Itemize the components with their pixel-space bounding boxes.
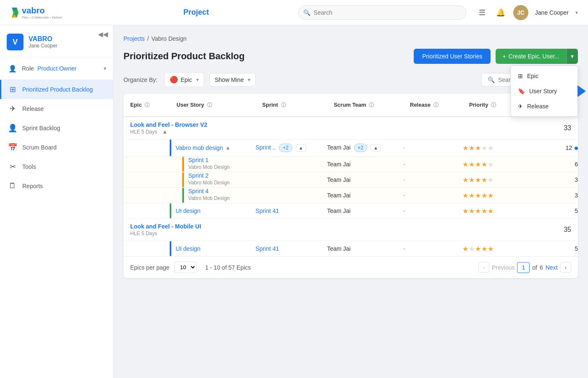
release-menu-label: Release	[527, 103, 549, 110]
sub-sprint-4-name[interactable]: Sprint 4	[188, 188, 208, 194]
search-icon-nav: 🔍	[303, 9, 310, 16]
story-2-name-cell: UI design	[170, 203, 255, 219]
dropdown-item-release[interactable]: ✈ Release	[511, 99, 578, 114]
epic-1-sub: HLE 5 Days	[130, 129, 157, 135]
table-container: Epic ⓘ User Story ⓘ Sprint ⓘ Scrum Team …	[123, 94, 578, 278]
epic-2-sub: HLE 5 Days	[130, 231, 157, 236]
story-3-sprint-val[interactable]: Sprint 41	[255, 245, 279, 252]
show-mine-select[interactable]: Show Mine ▾	[209, 73, 256, 87]
sidebar-item-sprint-backlog[interactable]: 👤 Sprint Backlog	[0, 118, 113, 138]
story-2-name[interactable]: UI design	[176, 207, 200, 214]
sub-sprint-1-release: -	[403, 157, 462, 172]
brand-name: VABRO	[29, 35, 58, 43]
story-1-stars: ★ ★ ★ ★ ★	[462, 144, 520, 152]
role-value: Product Owner	[37, 65, 76, 72]
main-content: Projects / Vabro Design Prioritized Prod…	[113, 25, 588, 378]
release-info-icon: ⓘ	[433, 102, 438, 108]
sidebar-item-release-label: Release	[22, 105, 44, 112]
sidebar-item-tools[interactable]: ✂ Tools	[0, 157, 113, 176]
sidebar-item-reports-label: Reports	[22, 183, 43, 189]
sidebar-item-scrum-board[interactable]: 📅 Scrum Board	[0, 138, 113, 157]
story-row-ui-design-1: UI design Sprint 41 Team Jai - ★ ★ ★ ★	[123, 203, 578, 219]
col-user-story: User Story ⓘ	[170, 94, 255, 117]
story-1-name[interactable]: Vabro mob design	[176, 144, 223, 151]
sidebar-item-release[interactable]: ✈ Release	[0, 99, 113, 118]
table-search-icon: 🔍	[488, 76, 495, 83]
sidebar-item-tools-label: Tools	[22, 163, 36, 170]
col-epic: Epic ⓘ	[123, 94, 170, 117]
epic-1-collapse-button[interactable]: ▲	[162, 129, 168, 135]
bell-icon[interactable]: 🔔	[495, 7, 507, 18]
epic-info-icon: ⓘ	[144, 102, 150, 108]
bar-orange-1	[182, 157, 184, 172]
organize-value: Epic	[181, 76, 192, 83]
story-1-priority: ★ ★ ★ ★ ★	[462, 139, 520, 157]
next-button[interactable]: ›	[560, 262, 571, 273]
page-info: 1 - 10 of 57 Epics	[205, 264, 251, 271]
role-chevron-icon[interactable]: ▾	[104, 66, 106, 71]
backlog-icon: ⊞	[8, 85, 17, 94]
story-2-priority: ★ ★ ★ ★ ★	[462, 203, 520, 219]
sidebar-item-reports[interactable]: 🗒 Reports	[0, 176, 113, 195]
dropdown-item-epic[interactable]: ⊞ Epic	[511, 68, 578, 84]
page-number: 1	[517, 262, 530, 273]
story-epic-cell-1	[123, 139, 170, 157]
story-2-sprint: Sprint 41	[255, 203, 327, 219]
user-name: Jane Cooper	[535, 9, 569, 16]
epic-row-2: Look and Feel - Mobile UI HLE 5 Days 35	[123, 219, 578, 241]
create-main-button[interactable]: + Create Epic, User...	[496, 49, 566, 64]
create-dropdown-menu: ⊞ Epic 🔖 User Story ✈ Release	[511, 66, 578, 117]
story-3-points: 5	[520, 241, 578, 257]
per-page-select[interactable]: 10 20 50	[174, 262, 197, 273]
reports-icon: 🗒	[8, 181, 17, 190]
epic-2-name[interactable]: Look and Feel - Mobile UI	[130, 223, 201, 230]
sidebar-item-sprint-label: Sprint Backlog	[22, 125, 60, 131]
prioritized-user-stories-button[interactable]: Prioritized User Stories	[414, 49, 491, 64]
story-2-sprint-val[interactable]: Sprint 41	[255, 207, 279, 214]
sidebar-item-backlog[interactable]: ⊞ Prioritized Product Backlog	[0, 80, 113, 99]
user-story-info-icon: ⓘ	[207, 102, 212, 108]
next-label[interactable]: Next	[546, 264, 558, 271]
epic-dot-icon: 🔴	[170, 76, 178, 84]
story-3-team: Team Jai	[327, 241, 403, 257]
story-1-sprint-sort[interactable]: ▲	[296, 144, 306, 152]
story-1-name-cell: Vabro mob design ▲	[170, 139, 255, 157]
avatar-initials: JC	[517, 9, 525, 16]
person-icon: 👤	[7, 63, 18, 74]
story-1-sort-up[interactable]: ▲	[226, 145, 231, 151]
story-1-team-sort[interactable]: ▲	[370, 144, 381, 152]
menu-icon[interactable]: ☰	[476, 7, 488, 18]
avatar: JC	[513, 5, 528, 20]
sub-sprint-1-points: 6	[520, 157, 578, 172]
epic-menu-icon: ⊞	[518, 73, 523, 79]
logo-area: vabro Plan • Collaborate • Deliver	[10, 4, 94, 21]
story-3-stars: ★ ★ ★ ★ ★	[462, 245, 520, 253]
top-nav: vabro Plan • Collaborate • Deliver Proje…	[0, 0, 588, 25]
organize-by-select[interactable]: 🔴 Epic ▾	[164, 72, 204, 87]
prev-button[interactable]: ‹	[478, 262, 489, 273]
bar-blue	[170, 139, 171, 156]
user-chevron-icon[interactable]: ▾	[575, 10, 578, 16]
story-3-name[interactable]: UI design	[176, 245, 200, 252]
create-button-group: + Create Epic, User... ▾	[496, 49, 578, 64]
sidebar-item-scrum-label: Scrum Board	[22, 144, 57, 151]
search-input[interactable]	[298, 5, 466, 20]
user-story-menu-icon: 🔖	[518, 88, 525, 94]
sub-sprint-1-sub: Vabro Mob Design	[188, 164, 230, 170]
sub-sprint-1-name[interactable]: Sprint 1	[188, 157, 208, 163]
sub-sprint-2-name[interactable]: Sprint 2	[188, 172, 208, 179]
sub-sprint-1-stars: ★ ★ ★ ★ ★	[462, 160, 520, 168]
create-dropdown-caret[interactable]: ▾	[566, 49, 578, 64]
story-1-sprint-val[interactable]: Sprint ..	[255, 144, 276, 151]
organize-caret-icon: ▾	[196, 77, 199, 83]
sidebar-collapse-button[interactable]: ◀◀	[98, 30, 108, 38]
brand-initial: V	[13, 38, 18, 47]
epic-1-name[interactable]: Look and Feel - Browser V2	[130, 121, 207, 128]
story-3-sprint: Sprint 41	[255, 241, 327, 257]
bar-green-sprint4	[182, 188, 184, 203]
breadcrumb: Projects / Vabro Design	[123, 35, 578, 42]
breadcrumb-projects[interactable]: Projects	[123, 35, 145, 42]
dropdown-item-user-story[interactable]: 🔖 User Story	[511, 84, 578, 99]
story-row-vabro-mob: Vabro mob design ▲ Sprint .. +2 ▲ Team J…	[123, 139, 578, 157]
sub-sprint-2-team: Team Jai	[327, 172, 403, 188]
